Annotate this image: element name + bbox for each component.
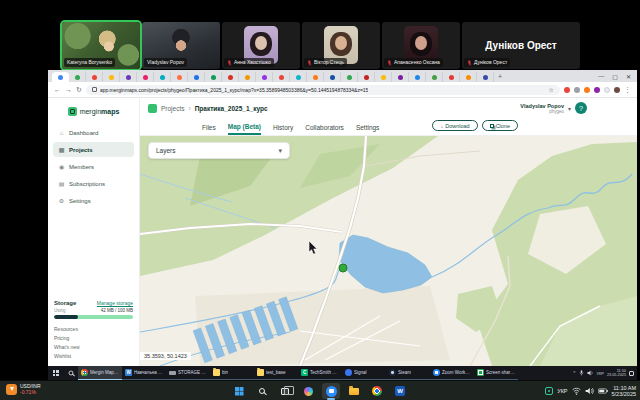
action-center-icon[interactable]	[629, 371, 634, 376]
browser-tab[interactable]	[137, 72, 154, 82]
manage-storage-link[interactable]: Manage storage	[97, 300, 133, 306]
mergin-maps-logo[interactable]: merginmaps	[48, 103, 139, 119]
browser-tab[interactable]	[443, 72, 460, 82]
browser-tab[interactable]	[171, 72, 188, 82]
browser-tab[interactable]	[222, 72, 239, 82]
browser-tab[interactable]	[69, 72, 86, 82]
browser-tab[interactable]	[205, 72, 222, 82]
browser-tab[interactable]	[392, 72, 409, 82]
footer-link-resources[interactable]: Resources	[54, 325, 133, 334]
footer-link-pricing[interactable]: Pricing	[54, 334, 133, 343]
task-view-button[interactable]	[276, 383, 294, 399]
participant-tile[interactable]: Анна Хвостішко	[222, 22, 300, 69]
browser-tab[interactable]	[86, 72, 103, 82]
browser-tab[interactable]	[290, 72, 307, 82]
shared-clock[interactable]: 11:10 23.05.2025	[607, 369, 626, 377]
clone-button[interactable]: Clone	[482, 120, 518, 131]
footer-link-wishlist[interactable]: Wishlist	[54, 352, 133, 361]
tab-settings[interactable]: Settings	[356, 120, 380, 134]
weather-stocks-widget[interactable]: USD/INR -0.71%	[6, 383, 41, 395]
search-button[interactable]	[63, 366, 78, 380]
participant-tile[interactable]: Kateryna Borysenko	[62, 22, 140, 69]
browser-tab[interactable]	[460, 72, 477, 82]
volume-icon[interactable]	[585, 387, 594, 395]
new-tab-button[interactable]: +	[494, 73, 506, 80]
taskbar-window-camtasia[interactable]: C TechSmith Camta...	[298, 366, 342, 380]
battery-icon[interactable]	[598, 387, 608, 395]
bookmark-star-icon[interactable]: ☆	[549, 86, 554, 93]
browser-tab[interactable]	[188, 72, 205, 82]
browser-menu-icon[interactable]: ⋮	[624, 86, 631, 94]
sidebar-item-subscriptions[interactable]: ▤ Subscriptions	[53, 176, 134, 191]
browser-tab[interactable]	[477, 72, 494, 82]
participant-tile[interactable]: Vladyslav Popov	[142, 22, 220, 69]
browser-tab[interactable]	[256, 72, 273, 82]
taskbar-window-chrome[interactable]: Mergin Maps - Go...	[78, 366, 122, 380]
clock[interactable]: 11:10 AM 5/23/2025	[612, 385, 636, 398]
browser-tab[interactable]	[103, 72, 120, 82]
close-button[interactable]: ✕	[626, 73, 631, 80]
taskbar-window-storage-drive[interactable]: STORAGE (F:)	[166, 366, 210, 380]
participant-tile[interactable]: Апанасенко Оксана	[382, 22, 460, 69]
minimize-button[interactable]: —	[598, 73, 604, 79]
word-button[interactable]: W	[391, 383, 409, 399]
zoom-app-button[interactable]	[322, 383, 340, 399]
tab-files[interactable]: Files	[202, 120, 216, 134]
browser-tab[interactable]	[273, 72, 290, 82]
search-button[interactable]	[253, 383, 271, 399]
map-canvas[interactable]	[140, 136, 637, 366]
download-button[interactable]: ↓ Download	[432, 120, 477, 131]
sidebar-item-settings[interactable]: ⚙ Settings	[53, 193, 134, 208]
sidebar-item-projects[interactable]: ▦ Projects	[53, 142, 134, 157]
chrome-button[interactable]	[368, 383, 386, 399]
map-view[interactable]: Layers ▾ 35.3593, 50.1423	[140, 136, 637, 366]
reload-icon[interactable]: ↻	[76, 86, 82, 94]
keyboard-layout[interactable]: УКР	[596, 371, 604, 376]
mic-icon[interactable]	[579, 370, 584, 376]
tray-expand-icon[interactable]: ⌃	[572, 370, 576, 376]
browser-tab[interactable]	[375, 72, 392, 82]
start-button[interactable]	[230, 383, 248, 399]
extension-icon[interactable]	[594, 87, 600, 93]
browser-tab[interactable]	[52, 72, 69, 82]
keyboard-layout[interactable]: УКР	[557, 388, 567, 394]
browser-tab[interactable]	[307, 72, 324, 82]
participant-tile[interactable]: Віктор Стець	[302, 22, 380, 69]
profile-avatar[interactable]	[614, 87, 620, 93]
taskbar-window-folder-bin[interactable]: bin	[210, 366, 254, 380]
start-button[interactable]	[48, 366, 63, 380]
tab-collaborators[interactable]: Collaborators	[305, 120, 344, 134]
participant-tile[interactable]: Дуніков Орест Дуніков Орест	[462, 22, 580, 69]
taskbar-window-steam[interactable]: Steam	[386, 366, 430, 380]
site-info-icon[interactable]	[92, 87, 97, 92]
help-button[interactable]: ?	[575, 102, 587, 114]
meet-now-icon[interactable]	[545, 387, 553, 395]
sidebar-item-members[interactable]: ◉ Members	[53, 159, 134, 174]
browser-tab[interactable]	[324, 72, 341, 82]
taskbar-window-signal[interactable]: Signal	[342, 366, 386, 380]
taskbar-window-zoom[interactable]: Zoom Workplace	[430, 366, 474, 380]
taskbar-window-folder-testbase[interactable]: test_base	[254, 366, 298, 380]
user-menu[interactable]: Vladyslav Popov phygeo ▾ ?	[520, 102, 587, 114]
speaker-icon[interactable]	[587, 370, 593, 376]
tab-map[interactable]: Map (Beta)	[228, 119, 261, 135]
copilot-button[interactable]	[299, 383, 317, 399]
sidebar-item-dashboard[interactable]: ⌂ Dashboard	[53, 125, 134, 140]
maximize-button[interactable]: ▢	[612, 73, 618, 80]
extension-icon[interactable]	[564, 87, 570, 93]
browser-tab[interactable]	[239, 72, 256, 82]
forward-icon[interactable]: →	[65, 86, 72, 93]
browser-tab[interactable]	[341, 72, 358, 82]
footer-link-whats-new[interactable]: What's new	[54, 343, 133, 352]
wifi-icon[interactable]	[572, 387, 581, 395]
url-field[interactable]: app.merginmaps.com/projects/phygeo/Практ…	[86, 85, 560, 95]
browser-tab[interactable]	[154, 72, 171, 82]
tab-history[interactable]: History	[273, 120, 293, 134]
browser-tab[interactable]	[426, 72, 443, 82]
extension-icon[interactable]	[604, 87, 610, 93]
back-icon[interactable]: ←	[54, 86, 61, 93]
browser-tab[interactable]	[120, 72, 137, 82]
browser-tab[interactable]	[409, 72, 426, 82]
layers-panel[interactable]: Layers ▾	[148, 142, 290, 159]
taskbar-window-word[interactable]: W Навчальна прак...	[122, 366, 166, 380]
